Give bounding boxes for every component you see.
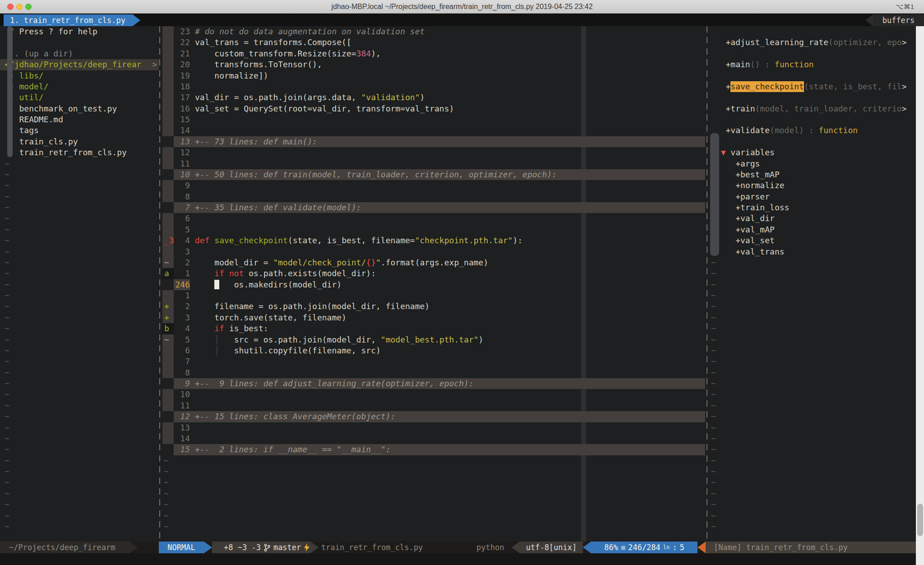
code-line[interactable]: 17val_dir = os.path.join(args.data, "val…	[162, 92, 705, 103]
tag-function-validate[interactable]: +validate(model) : function	[711, 125, 916, 136]
fold-line[interactable]: 10+-- 50 lines: def train(model, train_l…	[162, 169, 705, 180]
line-number: 22	[174, 37, 190, 48]
text-token: 384	[356, 49, 371, 58]
code-line[interactable]: 20 transforms.ToTensor(),	[162, 59, 705, 70]
tag-function-save-checkpoint[interactable]: +save_checkpoint(state, is_best, fil>	[711, 81, 916, 92]
fold-line[interactable]: 9+-- 9 lines: def adjust_learning_rate(o…	[162, 378, 705, 389]
text-token: ~	[5, 224, 9, 235]
code-line[interactable]: 9	[162, 180, 705, 191]
nerdtree-scrollbar[interactable]	[7, 26, 13, 157]
tree-file-train-cls[interactable]: train_cls.py	[5, 136, 159, 147]
code-line[interactable]: 14	[162, 433, 705, 444]
code-line[interactable]: 18	[162, 81, 705, 92]
window-scrollbar-track[interactable]	[916, 26, 924, 565]
code-line[interactable]: 5	[162, 224, 705, 235]
zoom-button[interactable]	[25, 4, 32, 10]
code-line[interactable]: ~2 model_dir = "model/check_point/{}".fo…	[162, 257, 705, 268]
tag-variable-normalize[interactable]: +normalize	[711, 180, 916, 191]
code-line[interactable]: 19 normalize])	[162, 70, 705, 81]
tag-variable-args[interactable]: +args	[711, 158, 916, 169]
code-line[interactable]: a1 if not os.path.exists(model_dir):	[162, 268, 705, 279]
fold-line[interactable]: 15+-- 2 lines: if __name__ == "__main__"…	[162, 444, 705, 455]
code-line[interactable]: 13	[162, 422, 705, 433]
git-branch-name: master	[273, 542, 301, 553]
code-line[interactable]: +3 torch.save(state, filename)	[162, 312, 705, 323]
code-line[interactable]: 14	[162, 125, 705, 136]
code-line[interactable]: +2 filename = os.path.join(model_dir, fi…	[162, 301, 705, 312]
line-number: 6	[174, 345, 190, 356]
empty-line: ~	[5, 433, 159, 444]
code-line[interactable]: 6 │ shutil.copyfile(filename, src)	[162, 345, 705, 356]
tagbar-scrollbar[interactable]	[710, 133, 719, 256]
code-line[interactable]: 10	[162, 389, 705, 400]
code-line[interactable]: 16val_set = QuerySet(root=val_dir, trans…	[162, 103, 705, 114]
empty-line: ~	[5, 334, 159, 345]
command-line[interactable]	[0, 553, 924, 565]
code-line[interactable]: 15	[162, 114, 705, 125]
text-token: # do not do data augmentation on validat…	[195, 27, 425, 36]
minimize-button[interactable]	[16, 4, 23, 10]
code-line[interactable]: 8	[162, 191, 705, 202]
fold-line[interactable]: 7+-- 35 lines: def validate(model):	[162, 202, 705, 213]
tree-file-tags[interactable]: tags	[5, 125, 159, 136]
empty-line: ~	[711, 499, 916, 510]
tree-file-readme[interactable]: README.md	[5, 114, 159, 125]
code-line[interactable]: 21 custom_transform.Resize(size=384),	[162, 48, 705, 59]
code-line[interactable]: 246 os.makedirs(model_dir)	[162, 279, 705, 290]
sign-column-cell	[162, 180, 174, 191]
text-token: ~	[5, 488, 9, 499]
tag-function-train[interactable]: +train(model, train_loader, criterio>	[711, 103, 916, 114]
tag-variable-best-map[interactable]: +best_mAP	[711, 169, 916, 180]
empty-line: ~	[5, 268, 159, 279]
text-token: +best_mAP	[711, 169, 780, 180]
code-line[interactable]: ~5 │ src = os.path.join(model_dir, "mode…	[162, 334, 705, 345]
tag-function-adjust-learning-rate[interactable]: +adjust_learning_rate(optimizer, epo>	[711, 37, 916, 48]
code-line[interactable]: 8	[162, 367, 705, 378]
tree-file-benchmark-on-test[interactable]: benchmark_on_test.py	[5, 103, 159, 114]
tree-help-text[interactable]: " Press ? for help	[5, 26, 159, 37]
empty-line: ~	[5, 411, 159, 422]
tag-item	[711, 92, 916, 103]
vertical-split-separator[interactable]	[159, 26, 160, 542]
tree-dir-model[interactable]: ▸ model/	[5, 81, 159, 92]
text-token: +val_dir	[711, 213, 775, 224]
sign-column-cell	[162, 59, 174, 70]
tag-kind-variables[interactable]: ▼ variables	[711, 147, 916, 158]
fold-line[interactable]: 12+-- 15 lines: class AverageMeter(objec…	[162, 411, 705, 422]
sign-column-cell	[162, 70, 174, 81]
tag-variable-val-dir[interactable]: +val_dir	[711, 213, 916, 224]
fold-line[interactable]: 13+-- 73 lines: def main():	[162, 136, 705, 147]
line-symbol: ln	[663, 542, 670, 553]
code-line[interactable]: 6	[162, 213, 705, 224]
tab-train-retr-from-cls[interactable]: 1. train_retr_from_cls.py	[4, 14, 133, 26]
code-line[interactable]: 22val_trans = transforms.Compose([	[162, 37, 705, 48]
text-token: ~	[711, 510, 716, 521]
code-line[interactable]: _34def save_checkpoint(state, is_best, f…	[162, 235, 705, 246]
tag-variable-val-set[interactable]: +val_set	[711, 235, 916, 246]
code-line[interactable]: 7	[162, 356, 705, 367]
tag-variable-val-trans[interactable]: +val_trans	[711, 246, 916, 257]
code-line[interactable]: 3	[162, 246, 705, 257]
code-line[interactable]: 11	[162, 400, 705, 411]
tree-file-train-retr-from-cls[interactable]: train_retr_from_cls.py	[5, 147, 159, 158]
tree-dir-util[interactable]: ▸ util/	[5, 92, 159, 103]
code-line[interactable]: 12	[162, 147, 705, 158]
tree-up-dir[interactable]: .. (up a dir)	[5, 48, 159, 59]
tree-dir-libs[interactable]: ▸ libs/	[5, 70, 159, 81]
code-line[interactable]: 1	[162, 290, 705, 301]
buffers-label[interactable]: buffers	[873, 14, 924, 26]
code-line[interactable]: 11	[162, 158, 705, 169]
window-scrollbar-thumb[interactable]	[917, 504, 923, 536]
tag-variable-train-loss[interactable]: +train_loss	[711, 202, 916, 213]
vertical-split-separator[interactable]	[707, 26, 707, 542]
text-token: >	[902, 81, 907, 92]
empty-line: ~	[5, 389, 159, 400]
code-line[interactable]: 23# do not do data augmentation on valid…	[162, 26, 705, 37]
code-line[interactable]: b4 if is_best:	[162, 323, 705, 334]
tag-variable-val-map[interactable]: +val_mAP	[711, 224, 916, 235]
tag-variable-parser[interactable]: +parser	[711, 191, 916, 202]
text-token	[195, 324, 214, 333]
close-button[interactable]	[7, 4, 14, 10]
tag-function-main[interactable]: +main() : function	[711, 59, 916, 70]
tree-root-path[interactable]: </jdhao/Projects/deep_firear>	[0, 59, 159, 70]
